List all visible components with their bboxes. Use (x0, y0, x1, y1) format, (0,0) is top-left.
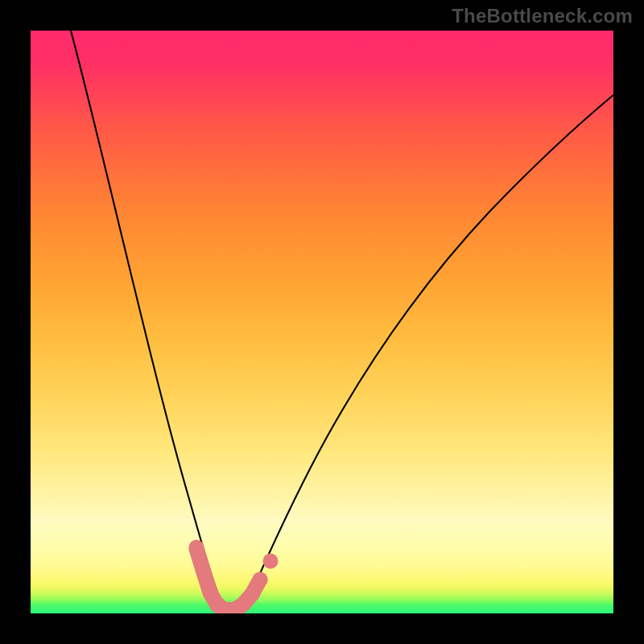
plot-area (31, 31, 613, 613)
highlight-dot (253, 572, 268, 588)
watermark-label: TheBottleneck.com (452, 5, 633, 27)
highlight-dot (246, 586, 261, 601)
outer-frame: TheBottleneck.com (0, 0, 644, 644)
highlight-dot (196, 561, 211, 576)
bottleneck-curve-line (71, 31, 613, 611)
curve-svg (31, 31, 613, 613)
highlight-dot (263, 554, 279, 569)
highlight-dot (189, 540, 204, 555)
